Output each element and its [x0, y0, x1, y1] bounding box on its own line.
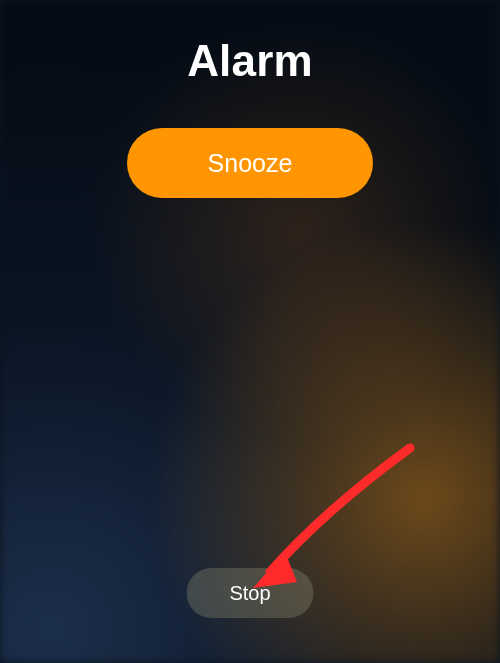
alarm-screen: Alarm Snooze Stop — [0, 0, 500, 663]
snooze-button[interactable]: Snooze — [127, 128, 373, 198]
alarm-title: Alarm — [187, 36, 313, 86]
stop-button[interactable]: Stop — [187, 568, 314, 618]
